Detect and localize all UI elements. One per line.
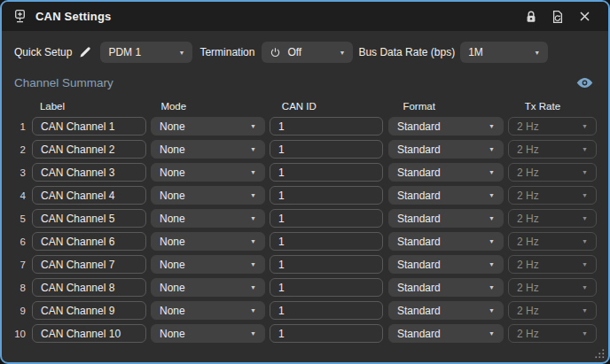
chevron-down-icon: ▼: [576, 192, 588, 198]
close-icon[interactable]: [571, 5, 598, 28]
mode-select[interactable]: None ▼: [151, 324, 265, 343]
label-input[interactable]: CAN Channel 1: [32, 117, 146, 136]
format-select[interactable]: Standard ▼: [388, 186, 504, 205]
can-id-input[interactable]: 1: [270, 324, 383, 343]
format-select[interactable]: Standard ▼: [388, 232, 504, 251]
row-index: 3: [9, 167, 32, 178]
format-select[interactable]: Standard ▼: [388, 255, 504, 274]
tx-rate-select: 2 Hz ▼: [508, 186, 597, 205]
chevron-down-icon: ▼: [483, 330, 495, 337]
chevron-down-icon: ▼: [483, 169, 495, 175]
tx-rate-select: 2 Hz ▼: [508, 117, 597, 136]
row-index: 1: [9, 121, 32, 132]
quick-setup-value: PDM 1: [108, 46, 141, 58]
resize-grip[interactable]: [594, 348, 605, 359]
format-select[interactable]: Standard ▼: [388, 324, 504, 343]
chevron-down-icon: ▼: [173, 50, 184, 56]
document-revert-icon[interactable]: [544, 5, 571, 28]
row-index: 9: [9, 306, 32, 316]
bus-data-rate-value: 1M: [468, 46, 483, 58]
table-row: 10 CAN Channel 10 None ▼ 1 Standard: [2, 324, 608, 343]
mode-select[interactable]: None ▼: [151, 278, 265, 297]
can-id-input[interactable]: 1: [270, 186, 383, 205]
table-row: 7 CAN Channel 7 None ▼ 1 Standard: [2, 255, 608, 274]
can-id-input[interactable]: 1: [270, 301, 383, 320]
mode-select[interactable]: None ▼: [151, 209, 265, 228]
mode-select[interactable]: None ▼: [151, 301, 265, 320]
mode-select[interactable]: None ▼: [151, 186, 265, 205]
chevron-down-icon: ▼: [528, 50, 540, 56]
label-input[interactable]: CAN Channel 4: [32, 186, 146, 205]
chevron-down-icon: ▼: [245, 192, 256, 198]
chevron-down-icon: ▼: [483, 123, 495, 129]
can-id-input[interactable]: 1: [270, 163, 383, 182]
lock-icon[interactable]: [518, 5, 544, 28]
can-id-input[interactable]: 1: [270, 209, 383, 228]
row-index: 8: [9, 283, 32, 293]
chevron-down-icon: ▼: [576, 169, 588, 175]
chevron-down-icon: ▼: [245, 169, 256, 175]
format-select[interactable]: Standard ▼: [388, 163, 504, 182]
tx-rate-select: 2 Hz ▼: [508, 255, 597, 274]
label-input[interactable]: CAN Channel 9: [32, 301, 146, 320]
chevron-down-icon: ▼: [576, 330, 588, 337]
mode-select[interactable]: None ▼: [151, 140, 265, 159]
column-header-format: Format: [394, 101, 511, 112]
can-settings-window: CAN Settings Quick Setup: [0, 0, 610, 364]
chevron-down-icon: ▼: [245, 215, 256, 221]
termination-select[interactable]: Off ▼: [262, 42, 353, 63]
device-add-icon: [12, 9, 27, 24]
label-input[interactable]: CAN Channel 3: [32, 163, 146, 182]
label-input[interactable]: CAN Channel 7: [32, 255, 146, 274]
channel-table: 1 CAN Channel 1 None ▼ 1 Standard: [2, 117, 608, 343]
chevron-down-icon: ▼: [245, 146, 256, 152]
column-header-tx-rate: Tx Rate: [516, 101, 608, 112]
chevron-down-icon: ▼: [576, 284, 588, 290]
mode-select[interactable]: None ▼: [151, 163, 265, 182]
label-input[interactable]: CAN Channel 5: [32, 209, 146, 228]
row-index: 6: [9, 236, 32, 247]
bus-data-rate-select[interactable]: 1M ▼: [460, 42, 548, 63]
quick-setup-select[interactable]: PDM 1 ▼: [100, 42, 192, 63]
chevron-down-icon: ▼: [483, 146, 495, 152]
label-input[interactable]: CAN Channel 2: [32, 140, 146, 159]
column-header-can-id: CAN ID: [273, 101, 389, 112]
can-id-input[interactable]: 1: [270, 140, 383, 159]
format-select[interactable]: Standard ▼: [388, 140, 504, 159]
chevron-down-icon: ▼: [245, 238, 256, 244]
mode-select[interactable]: None ▼: [151, 232, 265, 251]
chevron-down-icon: ▼: [245, 330, 256, 337]
can-id-input[interactable]: 1: [270, 117, 383, 136]
channel-summary-header: Channel Summary: [14, 76, 594, 89]
chevron-down-icon: ▼: [483, 284, 495, 290]
power-icon: [270, 47, 281, 58]
chevron-down-icon: ▼: [483, 215, 495, 221]
can-id-input[interactable]: 1: [270, 232, 383, 251]
format-select[interactable]: Standard ▼: [388, 209, 504, 228]
tx-rate-select: 2 Hz ▼: [508, 209, 597, 228]
section-title: Channel Summary: [14, 76, 113, 89]
label-input[interactable]: CAN Channel 8: [32, 278, 146, 297]
chevron-down-icon: ▼: [483, 307, 495, 314]
chevron-down-icon: ▼: [483, 238, 495, 244]
table-row: 9 CAN Channel 9 None ▼ 1 Standard: [2, 301, 608, 320]
tx-rate-select: 2 Hz ▼: [508, 163, 597, 182]
chevron-down-icon: ▼: [333, 50, 345, 56]
format-select[interactable]: Standard ▼: [388, 117, 504, 136]
format-select[interactable]: Standard ▼: [388, 278, 504, 297]
row-index: 10: [9, 329, 32, 339]
mode-select[interactable]: None ▼: [151, 117, 265, 136]
mode-select[interactable]: None ▼: [151, 255, 265, 274]
format-select[interactable]: Standard ▼: [388, 301, 504, 320]
termination-label: Termination: [199, 46, 254, 58]
label-input[interactable]: CAN Channel 6: [32, 232, 146, 251]
eye-icon[interactable]: [575, 76, 594, 89]
chevron-down-icon: ▼: [576, 307, 588, 314]
can-id-input[interactable]: 1: [270, 255, 383, 274]
edit-pencil-icon[interactable]: [79, 46, 91, 58]
label-input[interactable]: CAN Channel 10: [32, 324, 146, 343]
row-index: 2: [9, 144, 32, 155]
can-id-input[interactable]: 1: [270, 278, 383, 297]
bus-data-rate-label: Bus Data Rate (bps): [358, 46, 455, 58]
chevron-down-icon: ▼: [576, 215, 588, 221]
